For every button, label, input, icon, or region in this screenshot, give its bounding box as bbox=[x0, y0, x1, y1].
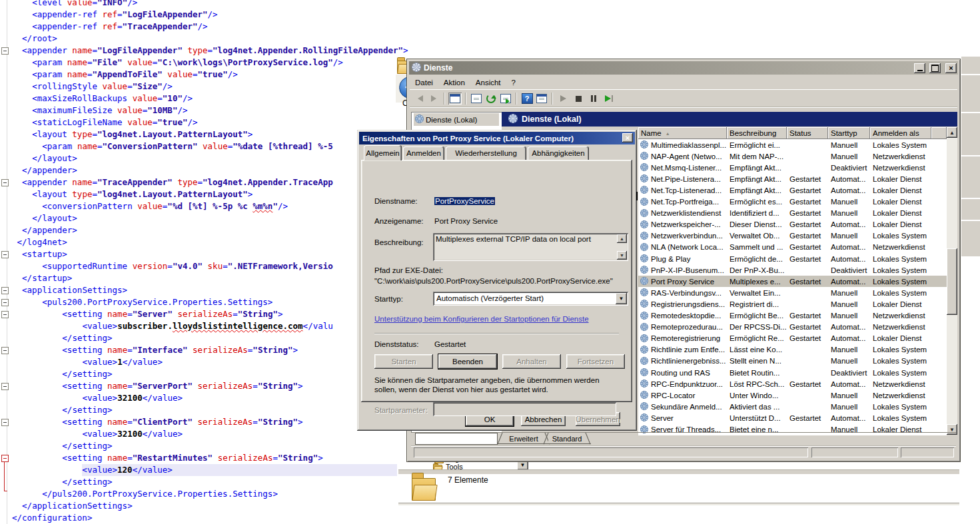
fold-toggle-icon[interactable] bbox=[1, 419, 9, 426]
code-line[interactable]: </puls200.PortProxyService.Properties.Se… bbox=[12, 488, 408, 500]
fold-toggle-icon[interactable] bbox=[1, 311, 9, 318]
table-row[interactable]: Multimediaklassenpl...Ermöglicht ei...Ma… bbox=[638, 139, 947, 150]
code-line[interactable]: <appender name="LogFileAppender" type="l… bbox=[12, 45, 408, 57]
chevron-down-icon[interactable]: ▼ bbox=[616, 293, 627, 304]
code-line[interactable]: <maxSizeRollBackups value="10"/> bbox=[12, 93, 408, 105]
code-line[interactable]: <setting name="ClientPort" serializeAs="… bbox=[12, 416, 408, 428]
new-window-icon[interactable] bbox=[535, 93, 548, 105]
table-row[interactable]: Remoteprozedurau...Der RPCSS-Di...Gestar… bbox=[638, 322, 947, 333]
column-header-starttyp[interactable]: Starttyp bbox=[828, 127, 870, 139]
code-line[interactable]: </applicationSettings> bbox=[12, 500, 408, 512]
close-button[interactable]: × bbox=[945, 63, 957, 73]
table-row[interactable]: Net.Tcp-Portfreiga...Ermöglicht es...Ges… bbox=[638, 196, 947, 208]
table-row[interactable]: RAS-Verbindungsv...Verwaltet Ein...Manue… bbox=[638, 287, 947, 298]
table-row[interactable]: Remotedesktopdie...Ermöglicht Be...Gesta… bbox=[638, 310, 947, 322]
scroll-down-button[interactable]: ▼ bbox=[617, 251, 627, 260]
tree-item-dienste-lokal[interactable]: Dienste (Lokal) bbox=[414, 113, 499, 126]
code-line[interactable]: <setting name="ServerPort" serializeAs="… bbox=[12, 380, 408, 392]
table-scrollbar[interactable]: ▲ ▼ bbox=[947, 127, 957, 435]
code-line[interactable]: <setting name="Server" serializeAs="Stri… bbox=[12, 308, 408, 320]
code-line[interactable]: </setting> bbox=[12, 476, 408, 488]
fold-toggle-icon[interactable] bbox=[1, 251, 9, 258]
show-console-tree-icon[interactable] bbox=[448, 93, 462, 105]
code-line[interactable]: </startup> bbox=[12, 272, 408, 284]
code-line[interactable]: <startup> bbox=[12, 248, 408, 260]
table-row[interactable]: NetzwerklistendienstIdentifiziert d...Ge… bbox=[638, 208, 947, 219]
column-header-beschreibung[interactable]: Beschreibung bbox=[727, 127, 787, 139]
code-line[interactable]: <setting name="Interface" serializeAs="S… bbox=[12, 344, 408, 356]
code-line[interactable]: <value>subscriber.lloydslistintelligence… bbox=[12, 320, 408, 332]
menu-item-aktion[interactable]: Aktion bbox=[438, 77, 470, 88]
table-row[interactable]: NLA (Network Loca...Sammelt und ...Gesta… bbox=[638, 242, 947, 253]
code-line[interactable]: <rollingStyle value="Size"/> bbox=[12, 81, 408, 93]
table-row[interactable]: Server für Threads...Bietet eine n...Man… bbox=[638, 424, 947, 435]
tab-anmelden[interactable]: Anmelden bbox=[403, 146, 444, 160]
pause-service-icon[interactable] bbox=[587, 93, 600, 105]
scroll-up-button[interactable]: ▲ bbox=[947, 127, 957, 138]
starttyp-select[interactable]: Automatisch (Verzögerter Start) ▼ bbox=[433, 292, 628, 306]
tab-allgemein[interactable]: Allgemein bbox=[364, 145, 402, 160]
scroll-up-button[interactable]: ▲ bbox=[617, 234, 627, 243]
start-service-icon[interactable] bbox=[556, 93, 570, 105]
menu-item-ansicht[interactable]: Ansicht bbox=[470, 77, 506, 88]
code-line[interactable]: </appender> bbox=[12, 224, 408, 236]
table-row[interactable]: NAP-Agent (Netwo...Mit dem NAP-...Manuel… bbox=[638, 150, 947, 162]
code-line[interactable]: </appender> bbox=[12, 164, 408, 176]
fold-toggle-icon[interactable] bbox=[1, 383, 9, 390]
forward-icon[interactable] bbox=[427, 93, 440, 105]
scroll-down-button[interactable]: ▼ bbox=[947, 424, 957, 435]
table-row[interactable]: RemoteregistrierungErmöglicht Re...Gesta… bbox=[638, 333, 947, 344]
code-line[interactable]: <appender-ref ref="TraceAppender"/> bbox=[12, 21, 408, 33]
column-header-filler[interactable] bbox=[931, 127, 947, 139]
table-row[interactable]: Port Proxy ServiceMultiplexes e...Gestar… bbox=[638, 276, 947, 287]
code-line[interactable]: <value>32100</value> bbox=[12, 428, 408, 440]
code-line[interactable]: </configuration> bbox=[12, 512, 408, 524]
tab-wiederherstellung[interactable]: Wiederherstellung bbox=[446, 146, 526, 160]
fold-toggle-icon[interactable] bbox=[1, 47, 9, 55]
back-icon[interactable] bbox=[414, 93, 427, 105]
table-row[interactable]: Net.Pipe-Listenera...Empfängt Akt...Gest… bbox=[638, 173, 947, 184]
code-line[interactable]: <param name="ConversionPattern" value="%… bbox=[12, 140, 408, 152]
fold-toggle-icon[interactable] bbox=[1, 287, 9, 294]
maximize-button[interactable] bbox=[929, 63, 941, 73]
close-icon[interactable]: × bbox=[622, 133, 633, 142]
window-titlebar[interactable]: Dienste × bbox=[409, 61, 958, 75]
beschreibung-field[interactable]: Multiplexes external TCP/IP data on loca… bbox=[433, 233, 628, 261]
help-icon[interactable]: ? bbox=[520, 93, 534, 105]
minimize-button[interactable] bbox=[914, 63, 925, 73]
code-line[interactable]: <appender name="TraceAppender" type="log… bbox=[12, 176, 408, 188]
code-line[interactable]: <param name="File" value="C:\work\logs\P… bbox=[12, 57, 408, 69]
menu-item-datei[interactable]: Datei bbox=[410, 77, 438, 88]
code-line[interactable]: <level value="INFO"/> bbox=[12, 0, 408, 9]
table-row[interactable]: Richtlinienergebniss...Stellt einen N...… bbox=[638, 356, 947, 367]
code-line[interactable]: <staticLogFileName value="true"/> bbox=[12, 117, 408, 129]
table-row[interactable]: Netzwerkverbindun...Verwaltet Ob...Gesta… bbox=[638, 230, 947, 242]
code-line[interactable]: </setting> bbox=[12, 368, 408, 380]
table-row[interactable]: PnP-X-IP-Busenum...Der PnP-X-Bu...Deakti… bbox=[638, 264, 947, 276]
code-line[interactable]: <supportedRuntime version="v4.0" sku=".N… bbox=[12, 260, 408, 272]
table-row[interactable]: ServerUnterstützt D...GestartetAutomat..… bbox=[638, 412, 947, 423]
code-line[interactable]: <value>1</value> bbox=[12, 356, 408, 368]
code-line[interactable]: <setting name="RestartMinutes" serialize… bbox=[12, 452, 408, 464]
view-tab-erweitert[interactable]: Erweitert bbox=[502, 433, 545, 444]
properties-icon[interactable] bbox=[470, 93, 483, 105]
table-row[interactable]: Registrierungsdiens...Registriert di...M… bbox=[638, 298, 947, 310]
code-line[interactable]: </setting> bbox=[12, 440, 408, 452]
refresh-icon[interactable] bbox=[484, 93, 498, 105]
menu-item-?[interactable]: ? bbox=[506, 77, 521, 88]
code-line[interactable]: <value>120</value> bbox=[12, 464, 408, 476]
tab-abhngigkeiten[interactable]: Abhängigkeiten bbox=[528, 146, 589, 160]
table-row[interactable]: Net.Msmq-Listener...Empfängt Akt...Deakt… bbox=[638, 162, 947, 173]
fold-toggle-icon[interactable] bbox=[1, 347, 9, 354]
code-line[interactable]: </root> bbox=[12, 33, 408, 45]
table-row[interactable]: Netzwerkspeicher-...Dieser Dienst...Gest… bbox=[638, 219, 947, 230]
table-row[interactable]: Plug & PlayErmöglicht de...GestartetAuto… bbox=[638, 253, 947, 264]
code-line[interactable]: <layout type="log4net.Layout.PatternLayo… bbox=[12, 188, 408, 200]
fold-toggle-icon[interactable] bbox=[1, 299, 9, 306]
column-header-status[interactable]: Status bbox=[787, 127, 828, 139]
scrollbar-thumb[interactable] bbox=[947, 248, 957, 315]
code-line[interactable]: <maximumFileSize value="10MB"/> bbox=[12, 105, 408, 117]
fold-toggle-icon[interactable] bbox=[1, 179, 9, 186]
code-line[interactable]: <appender-ref ref="LogFileAppender"/> bbox=[12, 9, 408, 21]
table-row[interactable]: Routing und RASBietet Routin...Deaktivie… bbox=[638, 367, 947, 378]
